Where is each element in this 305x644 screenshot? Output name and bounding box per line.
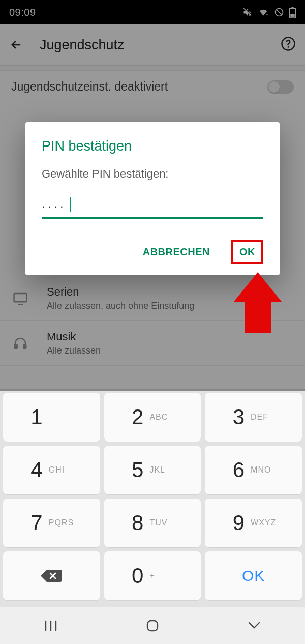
dialog-title: PIN bestätigen <box>42 138 263 154</box>
pin-input[interactable] <box>42 198 263 219</box>
key-8[interactable]: 8TUV <box>104 499 201 547</box>
key-3[interactable]: 3DEF <box>205 393 302 442</box>
key-4[interactable]: 4GHI <box>3 446 100 494</box>
key-9[interactable]: 9WXYZ <box>205 499 302 547</box>
numeric-keypad: 1 2ABC 3DEF 4GHI 5JKL 6MNO 7PQRS 8TUV 9W… <box>0 389 305 607</box>
key-backspace[interactable] <box>3 551 100 600</box>
key-0[interactable]: 0+ <box>104 551 201 600</box>
cancel-button[interactable]: ABBRECHEN <box>140 240 213 264</box>
ok-button[interactable]: OK <box>238 244 256 260</box>
key-6[interactable]: 6MNO <box>205 446 302 494</box>
annotation-arrow <box>234 272 282 333</box>
android-nav-bar <box>0 607 305 644</box>
key-2[interactable]: 2ABC <box>104 393 201 442</box>
key-7[interactable]: 7PQRS <box>3 499 100 547</box>
dialog-subtitle: Gewählte PIN bestätigen: <box>42 167 263 181</box>
text-cursor <box>70 197 71 212</box>
svg-rect-14 <box>147 621 158 631</box>
key-5[interactable]: 5JKL <box>104 446 201 494</box>
key-ok[interactable]: OK <box>205 551 302 600</box>
nav-recent[interactable] <box>25 620 76 631</box>
key-1[interactable]: 1 <box>3 393 100 442</box>
confirm-pin-dialog: PIN bestätigen Gewählte PIN bestätigen: … <box>25 122 280 275</box>
nav-home[interactable] <box>127 619 178 632</box>
nav-back[interactable] <box>229 621 280 631</box>
ok-highlight-frame: OK <box>231 240 263 264</box>
